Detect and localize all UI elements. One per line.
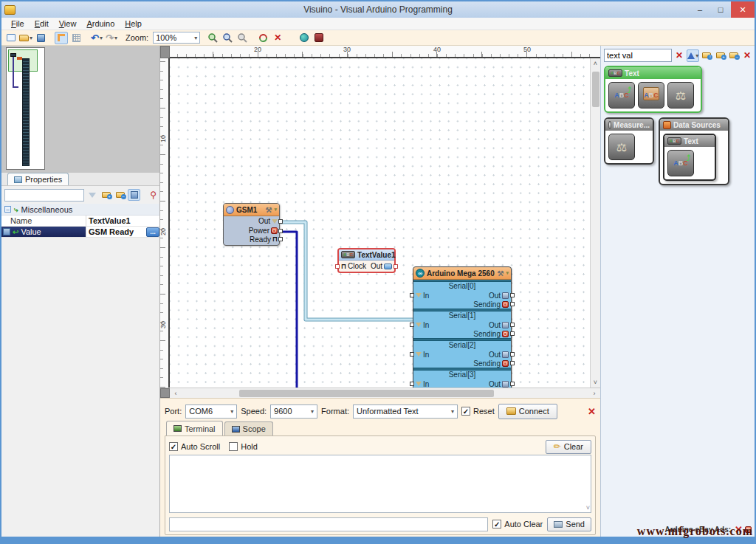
pin-square[interactable] [335, 264, 340, 269]
scroll-left-icon[interactable]: ‹ [170, 388, 182, 398]
clear-button[interactable]: ✏Clear [546, 440, 591, 454]
tab-terminal[interactable]: Terminal [166, 421, 223, 435]
component-gsm1[interactable]: GSM1 ⚒ ▾ Out Power O [223, 203, 280, 246]
pin-square[interactable] [278, 237, 283, 241]
menu-arduino[interactable]: Arduino [81, 18, 120, 29]
output-scroll-icon[interactable]: ˅ [586, 504, 590, 512]
autoscroll-checkbox[interactable]: ✓Auto Scroll [169, 442, 220, 451]
tab-properties[interactable]: Properties [7, 173, 69, 185]
checkbox-checked-icon[interactable]: ✓ [169, 442, 178, 451]
undo-icon[interactable]: ↶▾ [90, 32, 103, 44]
category-text[interactable]: ABC Text ABC⤴ ABC ⚖ [604, 66, 702, 113]
speed-select[interactable]: 9600▾ [270, 404, 317, 419]
web-help-icon[interactable] [298, 32, 311, 44]
connect-button[interactable]: Connect [498, 404, 557, 419]
collapse-icon[interactable]: – [4, 206, 11, 213]
gsm1-pin-out[interactable]: Out [224, 216, 279, 226]
hold-checkbox[interactable]: Hold [229, 442, 258, 451]
toolbox-search-input[interactable] [604, 49, 672, 62]
filter-funnel-icon[interactable] [86, 189, 98, 201]
upload-board-icon[interactable] [312, 32, 326, 44]
gsm1-pin-power[interactable]: Power O [224, 226, 279, 235]
checkbox-unchecked-icon[interactable] [229, 442, 238, 451]
delete-icon[interactable]: ✕ [271, 32, 284, 44]
group-miscellaneous[interactable]: – ⤷ Miscellaneous [1, 204, 159, 216]
subcategory-text[interactable]: ABC Text ABC⤴ [663, 134, 716, 181]
zoom-in-icon[interactable] [206, 32, 219, 44]
clear-search-icon[interactable]: ✕ [673, 49, 685, 62]
pin-square[interactable] [410, 382, 414, 386]
pin-square[interactable] [510, 293, 515, 297]
reset-checkbox[interactable]: ✓Reset [461, 407, 495, 416]
pin-square[interactable] [510, 331, 515, 336]
horizontal-scroll-thumb[interactable] [239, 390, 494, 397]
save-project-icon[interactable] [34, 32, 47, 44]
property-value-value[interactable]: GSM Ready ... [86, 227, 159, 237]
properties-filter-input[interactable] [4, 189, 84, 202]
value-editor-button[interactable]: ... [146, 227, 159, 237]
collapse-categories-icon[interactable]: – [728, 49, 740, 62]
canvas-horizontal-scrollbar[interactable]: ‹ › [160, 388, 600, 398]
format-select[interactable]: Unformatted Text▾ [353, 404, 458, 419]
pin-square[interactable] [510, 382, 515, 386]
serial-channel-0[interactable]: Serial[0] In Out SendingO [413, 281, 511, 309]
maximize-button[interactable]: □ [710, 1, 731, 18]
pin-icon[interactable]: ⚲ [150, 190, 157, 200]
toolbox-settings-icon[interactable]: ✕ [741, 49, 753, 62]
collapse-all-icon[interactable]: – [114, 189, 126, 201]
close-button[interactable]: ✕ [731, 1, 755, 18]
tab-scope[interactable]: Scope [224, 421, 273, 435]
send-input[interactable] [169, 517, 488, 531]
wrench-icon[interactable]: ⚒ [498, 269, 504, 278]
wizard-filter-icon[interactable]: ▾ [687, 49, 699, 62]
tool-text-value-source[interactable]: ABC⤴ [667, 150, 694, 176]
arduino-header[interactable]: ∞ Arduino Mega 2560 ⚒ ▾ [413, 267, 511, 280]
property-row-name[interactable]: Name TextValue1 [1, 216, 159, 227]
menu-view[interactable]: View [54, 18, 82, 29]
zoom-out-icon[interactable] [221, 32, 234, 44]
tool-text-value[interactable]: ABC⤴ [608, 82, 635, 109]
pin-square[interactable] [410, 323, 414, 327]
open-project-icon[interactable]: ▾ [19, 32, 32, 44]
suggest-icon[interactable]: ! [701, 49, 712, 62]
canvas-vertical-scrollbar[interactable]: ˄ ˅ [590, 58, 600, 388]
pin-square[interactable] [394, 264, 398, 269]
chevron-down-icon[interactable]: ▾ [506, 270, 509, 276]
scroll-down-icon[interactable]: ˅ [591, 377, 600, 388]
component-arduino-mega[interactable]: ∞ Arduino Mega 2560 ⚒ ▾ Serial[0] In [413, 266, 512, 388]
textvalue1-header[interactable]: ABC TextValue1 [339, 249, 394, 261]
scroll-right-icon[interactable]: › [588, 388, 600, 398]
checkbox-checked-icon[interactable]: ✓ [461, 407, 470, 416]
serial-tools-icon[interactable]: ✕ [588, 406, 596, 417]
gsm1-pin-ready[interactable]: Ready ⊓ [224, 235, 279, 245]
menu-edit[interactable]: Edit [30, 18, 54, 29]
pin-square[interactable] [410, 352, 414, 357]
send-button[interactable]: Send [547, 517, 591, 531]
grid-toggle-icon[interactable] [69, 32, 83, 44]
vertical-scroll-thumb[interactable] [592, 72, 599, 107]
autoclear-checkbox[interactable]: ✓Auto Clear [492, 520, 543, 528]
scroll-up-icon[interactable]: ˄ [591, 58, 600, 69]
checkbox-checked-icon[interactable]: ✓ [492, 520, 501, 528]
pin-square[interactable] [278, 219, 283, 224]
serial-channel-2[interactable]: Serial[2] In Out SendingO [413, 340, 511, 368]
port-select[interactable]: COM6▾ [185, 404, 237, 419]
pin-square[interactable] [510, 302, 515, 306]
wrench-icon[interactable]: ⚒ [266, 206, 272, 214]
pin-square[interactable] [278, 229, 283, 233]
zoom-reset-icon[interactable] [236, 32, 249, 44]
zoom-combobox[interactable]: 100%▾ [153, 32, 200, 44]
pin-square[interactable] [510, 323, 515, 327]
tool-compare-text[interactable]: ⚖ [667, 82, 694, 109]
terminal-output[interactable]: ˅ [169, 455, 591, 513]
menu-help[interactable]: Help [120, 18, 147, 29]
pin-square[interactable] [410, 293, 414, 297]
gsm1-header[interactable]: GSM1 ⚒ ▾ [224, 204, 279, 216]
redo-icon[interactable]: ↷▾ [105, 32, 118, 44]
pin-square[interactable] [510, 352, 515, 357]
property-name-value[interactable]: TextValue1 [86, 216, 159, 226]
expand-all-icon[interactable]: + [100, 189, 112, 201]
chevron-down-icon[interactable]: ▾ [274, 207, 277, 213]
pin-square[interactable] [510, 361, 515, 365]
category-measure[interactable]: Measure... ⚖ [604, 117, 654, 165]
